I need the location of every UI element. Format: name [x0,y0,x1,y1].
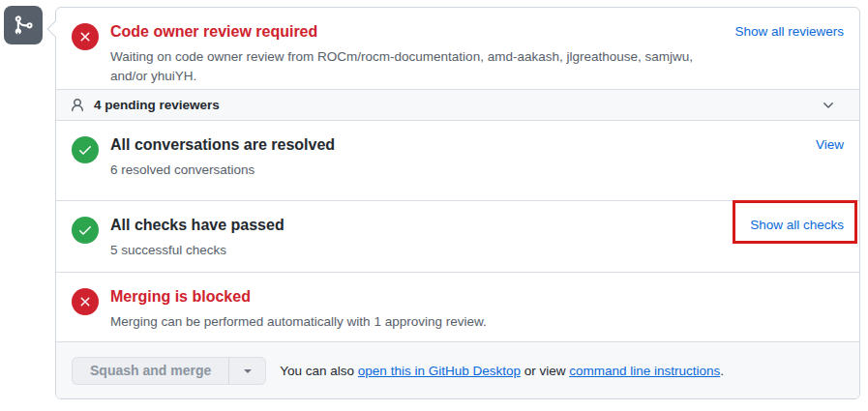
triangle-down-icon [240,363,255,378]
view-conversations-link[interactable]: View [816,137,844,152]
merging-blocked-subtitle: Merging can be performed automatically w… [110,312,844,332]
check-icon [72,136,99,163]
person-icon [70,98,85,113]
command-line-instructions-link[interactable]: command line instructions [569,364,720,378]
git-merge-icon [13,15,34,36]
note-text: You can also [280,364,358,378]
show-all-reviewers-link[interactable]: Show all reviewers [734,24,844,39]
code-owner-title: Code owner review required [110,22,723,43]
note-text: or view [521,364,569,378]
chevron-down-icon [821,98,836,113]
conversations-subtitle: 6 resolved conversations [110,161,804,180]
x-icon [72,23,99,50]
code-owner-description: Waiting on code owner review from ROCm/r… [110,49,693,83]
merging-blocked-title: Merging is blocked [110,287,844,308]
alternative-merge-note: You can also open this in GitHub Desktop… [280,364,724,378]
show-all-checks-link[interactable]: Show all checks [750,218,844,232]
github-desktop-link[interactable]: open this in GitHub Desktop [358,364,521,378]
pending-reviewers-label: 4 pending reviewers [94,98,220,112]
section-merging-blocked: Merging is blocked Merging can be perfor… [56,273,859,341]
merge-status-box: Code owner review required Waiting on co… [55,7,860,399]
squash-and-merge-button[interactable]: Squash and merge [72,357,228,385]
pending-reviewers-row[interactable]: 4 pending reviewers [56,89,859,121]
section-checks: All checks have passed 5 successful chec… [56,201,859,273]
pr-merge-status-screenshot: Code owner review required Waiting on co… [0,0,868,411]
checks-subtitle: 5 successful checks [110,241,738,260]
conversations-title: All conversations are resolved [110,135,804,156]
checks-title: All checks have passed [110,216,738,236]
merge-button-group: Squash and merge [72,357,266,385]
check-icon [72,217,99,244]
section-code-owner-review: Code owner review required Waiting on co… [56,8,859,89]
merge-box-footer: Squash and merge You can also open this … [56,341,859,398]
x-icon [72,288,99,315]
note-text: . [720,364,724,378]
merge-options-dropdown-button[interactable] [228,357,266,385]
timeline-badge [4,6,43,44]
section-conversations: All conversations are resolved 6 resolve… [56,121,859,201]
